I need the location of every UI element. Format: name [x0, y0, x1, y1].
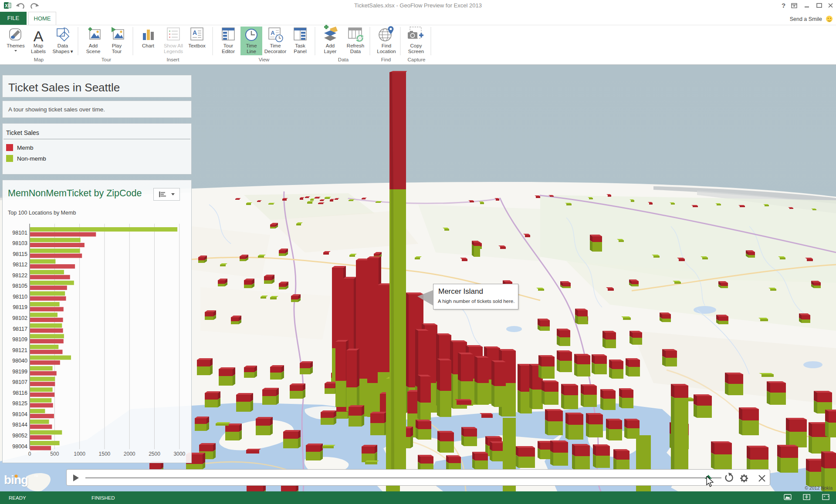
svg-text:0: 0: [28, 451, 31, 457]
svg-text:Location: Location: [377, 49, 396, 54]
svg-text:98102: 98102: [12, 315, 27, 321]
svg-text:Task: Task: [295, 43, 305, 48]
svg-text:Map: Map: [34, 43, 43, 48]
svg-text:2500: 2500: [149, 451, 160, 457]
svg-text:98119: 98119: [13, 304, 27, 310]
svg-text:Layer: Layer: [324, 49, 337, 54]
svg-text:98103: 98103: [12, 240, 27, 246]
svg-text:Add: Add: [89, 43, 98, 48]
svg-text:Find: Find: [382, 43, 391, 48]
svg-text:Tour: Tour: [102, 57, 112, 62]
svg-text:98004: 98004: [12, 444, 27, 450]
svg-text:98110: 98110: [13, 294, 27, 300]
svg-text:Insert: Insert: [167, 57, 180, 62]
svg-text:Play: Play: [112, 43, 122, 48]
svg-text:Tour: Tour: [112, 49, 122, 54]
svg-text:Data: Data: [350, 49, 361, 54]
svg-text:Line: Line: [247, 49, 256, 54]
svg-text:98109: 98109: [12, 336, 27, 343]
svg-text:98115: 98115: [13, 251, 27, 257]
svg-text:Find: Find: [381, 57, 391, 62]
svg-text:Scene: Scene: [86, 49, 101, 54]
svg-text:View: View: [259, 57, 270, 62]
svg-text:1000: 1000: [74, 451, 85, 457]
svg-text:98040: 98040: [12, 358, 27, 364]
svg-text:Data: Data: [58, 43, 68, 48]
svg-text:Screen: Screen: [408, 49, 424, 54]
svg-text:Refresh: Refresh: [347, 43, 364, 48]
svg-text:98105: 98105: [12, 283, 27, 289]
svg-text:98117: 98117: [13, 326, 27, 332]
svg-text:2000: 2000: [124, 451, 135, 457]
svg-text:98125: 98125: [12, 400, 27, 407]
svg-text:98101: 98101: [12, 230, 27, 236]
svg-text:Map: Map: [34, 57, 44, 62]
svg-text:98199: 98199: [12, 369, 27, 375]
svg-text:Labels: Labels: [31, 49, 46, 54]
svg-text:Tour: Tour: [223, 43, 234, 48]
svg-text:98122: 98122: [12, 272, 27, 279]
svg-text:Data: Data: [338, 57, 349, 62]
svg-text:A: A: [34, 28, 44, 44]
svg-text:Themes: Themes: [7, 43, 25, 48]
svg-text:A: A: [271, 30, 275, 36]
svg-text:Copy: Copy: [410, 43, 422, 48]
svg-text:Time: Time: [246, 43, 257, 48]
svg-text:98112: 98112: [13, 262, 27, 268]
svg-text:1500: 1500: [99, 451, 111, 457]
svg-text:Capture: Capture: [408, 57, 426, 62]
svg-text:Add: Add: [326, 43, 335, 48]
svg-text:98052: 98052: [12, 433, 27, 439]
svg-text:Shapes ▾: Shapes ▾: [52, 49, 73, 54]
svg-text:500: 500: [50, 451, 59, 457]
svg-text:Show All: Show All: [164, 43, 183, 48]
svg-text:98107: 98107: [12, 379, 27, 385]
svg-text:Textbox: Textbox: [188, 43, 206, 48]
svg-text:98121: 98121: [12, 347, 27, 353]
svg-text:Legends: Legends: [164, 49, 183, 54]
svg-text:98104: 98104: [12, 411, 27, 417]
svg-text:Time: Time: [270, 43, 281, 48]
svg-text:98116: 98116: [13, 390, 27, 396]
svg-text:Decorator: Decorator: [264, 49, 287, 54]
svg-text:3000: 3000: [173, 451, 185, 457]
svg-text:Chart: Chart: [142, 43, 155, 48]
svg-text:A: A: [193, 29, 197, 36]
svg-text:TM: TM: [34, 474, 38, 477]
svg-text:98144: 98144: [12, 422, 27, 428]
svg-text:Panel: Panel: [294, 49, 306, 54]
svg-text:Editor: Editor: [222, 49, 235, 54]
